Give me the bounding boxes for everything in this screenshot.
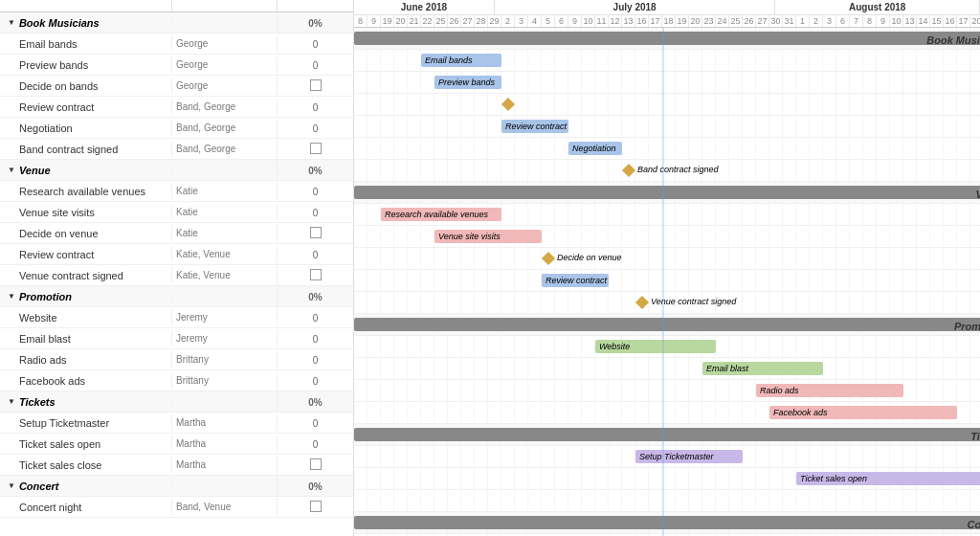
gantt-cell bbox=[944, 248, 957, 269]
task-people: Katie bbox=[171, 204, 277, 220]
task-row[interactable]: Website Jeremy 0 bbox=[0, 307, 353, 328]
gantt-cell bbox=[944, 380, 957, 401]
task-checkbox[interactable] bbox=[310, 269, 322, 280]
gantt-cell bbox=[702, 204, 716, 225]
day-cell: 6 bbox=[836, 15, 850, 27]
gantt-cell bbox=[649, 270, 662, 291]
gantt-cell bbox=[434, 292, 448, 313]
gantt-cell bbox=[622, 490, 635, 511]
gantt-cell bbox=[488, 138, 501, 159]
gantt-cell bbox=[970, 226, 980, 247]
gantt-cell bbox=[689, 204, 702, 225]
task-checkbox[interactable] bbox=[310, 501, 322, 512]
task-row[interactable]: Decide on venue Katie bbox=[0, 223, 353, 244]
task-row[interactable]: Ticket sales open Martha 0 bbox=[0, 434, 353, 455]
task-row[interactable]: Venue site visits Katie 0 bbox=[0, 202, 353, 223]
task-row[interactable]: Email blast Jeremy 0 bbox=[0, 328, 353, 349]
group-row-book-musicians[interactable]: ▼ Book Musicians 0% bbox=[0, 12, 353, 34]
group-row-tickets[interactable]: ▼ Tickets 0% bbox=[0, 391, 353, 413]
group-row-promotion[interactable]: ▼ Promotion 0% bbox=[0, 286, 353, 307]
gantt-cell bbox=[769, 72, 783, 93]
task-checkbox[interactable] bbox=[310, 79, 322, 91]
gantt-cell bbox=[649, 490, 662, 511]
gantt-cell bbox=[944, 160, 957, 181]
gantt-cell bbox=[609, 50, 622, 71]
day-cell: 12 bbox=[609, 15, 622, 27]
gantt-cell bbox=[542, 490, 555, 511]
gantt-cell bbox=[368, 248, 381, 269]
task-name: Review contract bbox=[0, 246, 171, 263]
collapse-triangle-promotion[interactable]: ▼ bbox=[8, 292, 15, 301]
gantt-group-bar: Promotion bbox=[354, 318, 980, 331]
task-row[interactable]: Preview bands George 0 bbox=[0, 55, 353, 76]
gantt-group-bar: Concert bbox=[354, 516, 980, 529]
task-checkbox[interactable] bbox=[310, 227, 322, 238]
gantt-group-row: Promotion bbox=[354, 314, 980, 336]
task-row[interactable]: Venue contract signed Katie, Venue bbox=[0, 265, 353, 286]
gantt-cell bbox=[461, 160, 475, 181]
gantt-cell bbox=[796, 72, 810, 93]
gantt-cell bbox=[649, 138, 662, 159]
task-row[interactable]: Review contract Katie, Venue 0 bbox=[0, 244, 353, 265]
gantt-cell bbox=[528, 358, 542, 379]
gantt-cell bbox=[689, 116, 702, 137]
task-row[interactable]: Review contract Band, George 0 bbox=[0, 97, 353, 118]
task-row[interactable]: Research available venues Katie 0 bbox=[0, 181, 353, 202]
collapse-triangle-venue[interactable]: ▼ bbox=[8, 166, 15, 174]
task-row[interactable]: Concert night Band, Venue bbox=[0, 497, 353, 518]
task-row[interactable]: Ticket sales close Martha bbox=[0, 455, 353, 476]
gantt-cell bbox=[970, 270, 980, 291]
gantt-cell bbox=[970, 116, 980, 137]
gantt-cell bbox=[689, 490, 702, 511]
task-checkbox[interactable] bbox=[310, 143, 322, 154]
gantt-cell bbox=[729, 50, 743, 71]
gantt-cell bbox=[917, 358, 930, 379]
gantt-task-row: Research available venues bbox=[354, 204, 980, 226]
gantt-bar: Research available venues bbox=[381, 208, 501, 221]
gantt-cell bbox=[810, 292, 823, 313]
gantt-cell bbox=[756, 116, 769, 137]
group-name-concert: ▼ Concert bbox=[0, 478, 171, 495]
gantt-cell bbox=[475, 160, 488, 181]
gantt-cell bbox=[568, 292, 582, 313]
gantt-cell bbox=[448, 446, 461, 467]
gantt-cell bbox=[461, 138, 475, 159]
task-row[interactable]: Negotiation Band, George 0 bbox=[0, 118, 353, 139]
gantt-cell bbox=[394, 270, 408, 291]
gantt-cell bbox=[528, 292, 542, 313]
gantt-cell bbox=[662, 116, 676, 137]
gantt-task-row: Ticket sales open bbox=[354, 468, 980, 490]
gantt-cell bbox=[676, 138, 689, 159]
collapse-triangle-concert[interactable]: ▼ bbox=[8, 481, 15, 490]
gantt-cell bbox=[501, 50, 515, 71]
gantt-group-row: Book Musicians bbox=[354, 28, 980, 50]
task-row[interactable]: Band contract signed Band, George bbox=[0, 139, 353, 160]
task-row[interactable]: Email bands George 0 bbox=[0, 34, 353, 55]
gantt-cell bbox=[836, 50, 850, 71]
day-cell: 19 bbox=[676, 15, 689, 27]
task-checkbox[interactable] bbox=[310, 458, 322, 470]
gantt-cell bbox=[850, 226, 863, 247]
task-name: Research available venues bbox=[0, 183, 171, 200]
gantt-body: Book MusiciansEmail bandsPreview bandsRe… bbox=[354, 28, 980, 536]
gantt-cell bbox=[555, 204, 568, 225]
task-row[interactable]: Radio ads Brittany 0 bbox=[0, 349, 353, 370]
gantt-cell bbox=[515, 358, 528, 379]
gantt-cell bbox=[743, 292, 756, 313]
group-row-concert[interactable]: ▼ Concert 0% bbox=[0, 476, 353, 497]
gantt-cell bbox=[635, 270, 649, 291]
gantt-cell bbox=[475, 292, 488, 313]
collapse-triangle-tickets[interactable]: ▼ bbox=[8, 397, 15, 406]
gantt-cell bbox=[542, 380, 555, 401]
gantt-cell bbox=[796, 94, 810, 115]
gantt-panel[interactable]: June 2018July 2018August 2018 8919202122… bbox=[354, 0, 980, 536]
gantt-cell bbox=[877, 50, 890, 71]
task-row[interactable]: Decide on bands George bbox=[0, 76, 353, 97]
gantt-cell bbox=[475, 402, 488, 423]
task-row[interactable]: Setup Ticketmaster Martha 0 bbox=[0, 413, 353, 434]
group-row-venue[interactable]: ▼ Venue 0% bbox=[0, 160, 353, 181]
gantt-cell bbox=[381, 160, 394, 181]
task-people: Band, Venue bbox=[171, 499, 277, 515]
collapse-triangle-book-musicians[interactable]: ▼ bbox=[8, 18, 15, 27]
task-row[interactable]: Facebook ads Brittany 0 bbox=[0, 370, 353, 391]
